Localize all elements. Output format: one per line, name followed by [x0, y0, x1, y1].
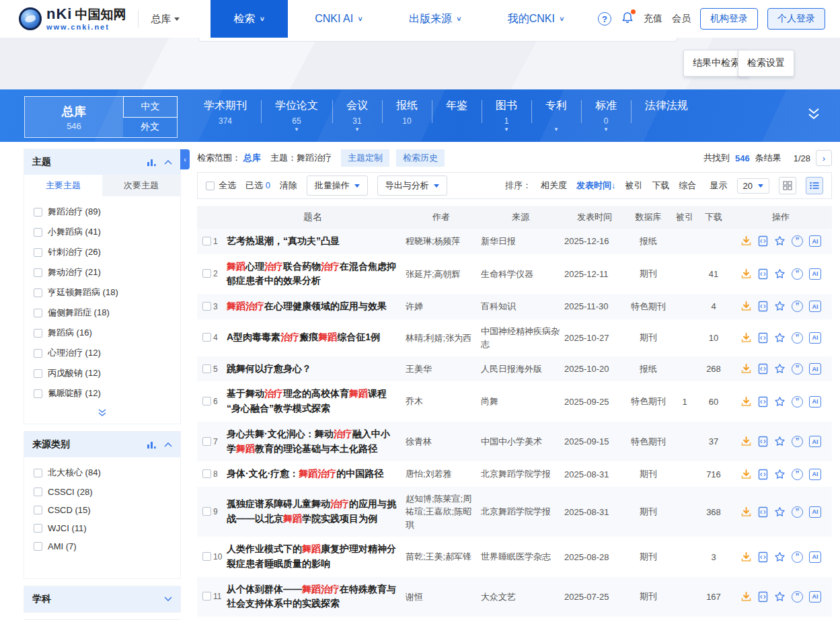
result-source[interactable]: 中国神经精神疾病杂志: [481, 325, 564, 351]
download-icon[interactable]: [740, 396, 752, 408]
cnki-logo[interactable]: nKi 中国知网 www.cnki.net: [19, 7, 126, 31]
row-checkbox[interactable]: [202, 333, 211, 342]
result-source[interactable]: 新华日报: [481, 235, 564, 248]
result-authors[interactable]: 苗乾;王美;郝军锋: [406, 550, 481, 564]
ai-icon[interactable]: AI: [809, 506, 821, 518]
result-source[interactable]: 大众文艺: [481, 590, 564, 604]
quote-icon[interactable]: ”: [792, 301, 803, 312]
topic-item[interactable]: 小舞蹈病 (41): [24, 222, 180, 242]
result-source[interactable]: 百科知识: [481, 300, 564, 313]
checkbox[interactable]: [34, 228, 42, 237]
nav-publish-source[interactable]: 出版来源∨: [386, 0, 485, 38]
batch-operation-dropdown[interactable]: 批量操作: [307, 176, 368, 196]
checkbox[interactable]: [34, 288, 42, 297]
chevron-up-icon[interactable]: [164, 159, 172, 165]
result-title[interactable]: 跳舞何以疗愈身心？: [227, 362, 406, 377]
checkbox[interactable]: [34, 248, 42, 257]
sidebar-collapse-button[interactable]: ‹: [180, 149, 190, 169]
result-authors[interactable]: 王美华: [406, 362, 481, 376]
db-nav-标准[interactable]: 标准0▾: [581, 95, 631, 131]
row-checkbox[interactable]: [202, 552, 211, 561]
result-title[interactable]: 艺考热退潮，“真功夫”凸显: [227, 234, 406, 249]
checkbox[interactable]: [34, 542, 42, 551]
ai-icon[interactable]: AI: [809, 363, 821, 375]
sort-cited[interactable]: 被引: [625, 180, 643, 192]
db-nav-图书[interactable]: 图书1▾: [482, 95, 531, 131]
col-title[interactable]: 题名: [227, 210, 406, 225]
html-read-icon[interactable]: [758, 235, 768, 247]
topic-item[interactable]: 针刺治疗 (26): [24, 242, 180, 262]
favorite-icon[interactable]: [774, 301, 786, 312]
topic-item[interactable]: 舞蹈病 (16): [24, 323, 180, 343]
result-source[interactable]: 中国中小学美术: [481, 435, 564, 449]
result-authors[interactable]: 唐怡;刘若雅: [406, 467, 481, 481]
db-nav-年鉴[interactable]: 年鉴: [432, 95, 482, 131]
recharge-link[interactable]: 充值: [644, 13, 662, 25]
list-view-icon[interactable]: [806, 177, 823, 194]
favorite-icon[interactable]: [774, 235, 786, 247]
row-checkbox[interactable]: [202, 437, 211, 446]
html-read-icon[interactable]: [758, 396, 768, 408]
result-title[interactable]: 身体·文化·疗愈：舞蹈治疗的中国路径: [227, 467, 406, 481]
personal-login-button[interactable]: 个人登录: [767, 8, 825, 30]
html-read-icon[interactable]: [758, 551, 768, 563]
select-all-checkbox[interactable]: [206, 182, 215, 190]
checkbox[interactable]: [34, 389, 42, 398]
result-source[interactable]: 尚舞: [481, 395, 564, 408]
chevron-down-icon[interactable]: [164, 596, 172, 602]
row-checkbox[interactable]: [202, 364, 211, 373]
sort-downloads[interactable]: 下载: [652, 180, 670, 192]
notification-bell-icon[interactable]: [621, 11, 634, 27]
sort-publish-time[interactable]: 发表时间↓: [576, 180, 616, 192]
col-downloads[interactable]: 下载: [697, 211, 730, 223]
source-category-item[interactable]: 北大核心 (84): [24, 463, 180, 483]
ai-icon[interactable]: AI: [809, 396, 821, 408]
result-authors[interactable]: 谢恒: [406, 590, 481, 604]
quote-icon[interactable]: ”: [792, 235, 803, 247]
export-analyze-dropdown[interactable]: 导出与分析: [377, 176, 447, 196]
result-source[interactable]: 北京舞蹈学院学报: [481, 505, 564, 518]
row-checkbox[interactable]: [202, 397, 211, 405]
html-read-icon[interactable]: [758, 506, 768, 518]
download-icon[interactable]: [740, 332, 752, 344]
tab-main-topic[interactable]: 主要主题: [24, 175, 102, 196]
source-category-item[interactable]: AMI (7): [24, 537, 180, 555]
download-icon[interactable]: [740, 363, 752, 375]
html-read-icon[interactable]: [758, 332, 768, 344]
zongku-tab[interactable]: 总库 546: [25, 97, 123, 137]
checkbox[interactable]: [34, 506, 42, 514]
checkbox[interactable]: [34, 488, 42, 496]
favorite-icon[interactable]: [774, 469, 786, 480]
favorite-icon[interactable]: [774, 591, 786, 603]
result-source[interactable]: 世界睡眠医学杂志: [481, 550, 564, 564]
quote-icon[interactable]: ”: [792, 332, 803, 344]
ai-icon[interactable]: AI: [809, 591, 821, 603]
ai-icon[interactable]: AI: [809, 301, 821, 312]
ai-icon[interactable]: AI: [809, 235, 821, 247]
tab-secondary-topic[interactable]: 次要主题: [102, 175, 180, 196]
result-title[interactable]: 孤独症谱系障碍儿童舞动治疗的应用与挑战——以北京舞蹈学院实践项目为例: [227, 497, 406, 526]
quote-icon[interactable]: ”: [792, 591, 803, 603]
row-checkbox[interactable]: [202, 507, 211, 516]
download-icon[interactable]: [740, 301, 752, 312]
nav-search[interactable]: 检索∨: [211, 0, 288, 38]
result-authors[interactable]: 林晴;利婧;张为西: [406, 332, 481, 345]
ai-icon[interactable]: AI: [809, 332, 821, 344]
topic-item[interactable]: 心理治疗 (12): [24, 343, 180, 363]
result-source[interactable]: 人民日报海外版: [481, 362, 564, 376]
grid-view-icon[interactable]: [779, 177, 796, 194]
topic-item[interactable]: 氟哌啶醇 (12): [24, 383, 180, 403]
topic-item[interactable]: 舞蹈治疗 (89): [24, 202, 180, 222]
quote-icon[interactable]: ”: [792, 436, 803, 447]
member-link[interactable]: 会员: [672, 13, 691, 25]
result-source[interactable]: 生命科学仪器: [481, 268, 564, 281]
row-checkbox[interactable]: [202, 269, 211, 278]
help-icon[interactable]: ?: [598, 12, 611, 26]
bar-chart-icon[interactable]: [147, 440, 157, 449]
sort-comprehensive[interactable]: 综合: [679, 180, 697, 192]
result-authors[interactable]: 乔木: [406, 395, 481, 408]
download-icon[interactable]: [740, 469, 752, 480]
ai-icon[interactable]: AI: [809, 469, 821, 480]
download-icon[interactable]: [740, 591, 752, 603]
favorite-icon[interactable]: [774, 436, 786, 447]
